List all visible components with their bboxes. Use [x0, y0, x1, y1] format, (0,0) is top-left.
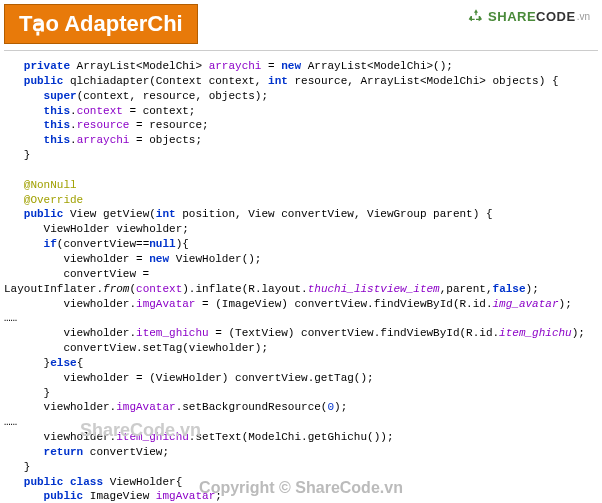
code-block: private ArrayList<ModelChi> arraychi = n…	[0, 59, 602, 503]
recycle-icon	[468, 8, 484, 24]
logo-vn-text: .vn	[577, 11, 590, 22]
logo-code-text: CODE	[536, 9, 576, 24]
page-title: Tạo AdapterChi	[4, 4, 198, 44]
logo: SHARECODE.vn	[468, 8, 590, 24]
logo-share-text: SHARE	[488, 9, 536, 24]
divider	[4, 50, 598, 51]
